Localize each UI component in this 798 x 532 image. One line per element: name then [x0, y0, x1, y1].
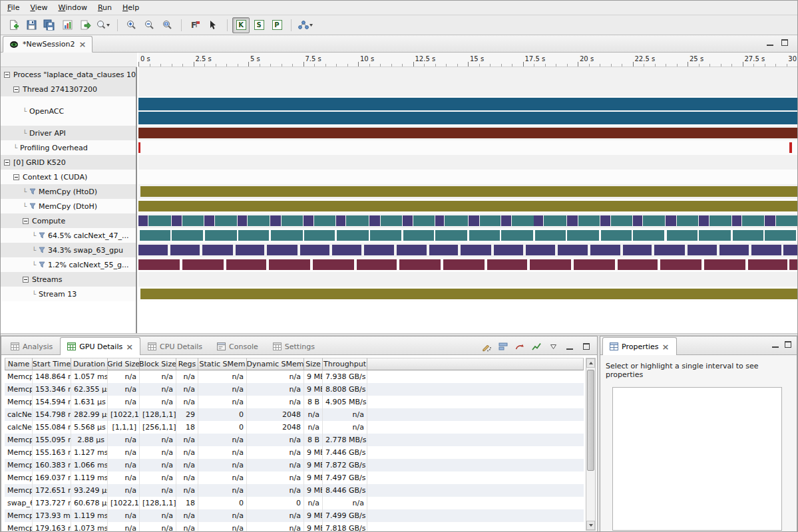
- interval-bar[interactable]: [182, 259, 223, 270]
- interval-bar[interactable]: [140, 186, 797, 197]
- menu-help[interactable]: Help: [117, 1, 144, 14]
- interval-bar[interactable]: [526, 245, 555, 255]
- interval-bar[interactable]: [660, 259, 701, 270]
- interval-bar[interactable]: [709, 215, 731, 226]
- interval-bar[interactable]: [688, 245, 717, 255]
- interval-bar[interactable]: [238, 215, 247, 226]
- interval-bar[interactable]: [719, 245, 749, 255]
- interval-bar[interactable]: [534, 215, 543, 226]
- interval-bar[interactable]: [357, 259, 397, 270]
- interval-bar[interactable]: [704, 259, 745, 270]
- column-header-throughput[interactable]: Throughput: [323, 358, 367, 370]
- interval-bar[interactable]: [369, 215, 380, 226]
- interval-bar[interactable]: [578, 215, 600, 226]
- interval-bar[interactable]: [205, 230, 237, 241]
- interval-bar[interactable]: [435, 215, 445, 226]
- interval-bar[interactable]: [215, 215, 238, 226]
- tree-row-kernel-calcnext47[interactable]: └64.5% calcNext_47_...: [1, 228, 136, 243]
- interval-bar[interactable]: [765, 215, 775, 226]
- interval-bar[interactable]: [654, 245, 685, 255]
- zoom-fit-button[interactable]: [158, 17, 176, 33]
- tree-row-memcpy-dtoh[interactable]: └MemCpy (DtoH): [1, 199, 136, 213]
- interval-bar[interactable]: [574, 259, 614, 270]
- column-header-block-size[interactable]: Block Size: [140, 358, 176, 370]
- tab-properties[interactable]: Properties ×: [602, 337, 677, 355]
- tab-cpu-details[interactable]: CPU Details: [140, 338, 210, 354]
- save-button[interactable]: [23, 17, 40, 33]
- collapse-toggle[interactable]: [4, 72, 10, 78]
- interval-bar[interactable]: [138, 142, 140, 153]
- interval-bar[interactable]: [789, 142, 791, 153]
- analysis-menu-button[interactable]: [296, 17, 313, 33]
- interval-bar[interactable]: [601, 230, 632, 241]
- interval-bar[interactable]: [567, 230, 599, 241]
- collapse-toggle[interactable]: [23, 277, 29, 283]
- annotate-button[interactable]: [481, 341, 492, 352]
- interval-bar[interactable]: [271, 230, 303, 241]
- interval-bar[interactable]: [313, 259, 353, 270]
- interval-bar[interactable]: [487, 259, 527, 270]
- interval-bar[interactable]: [303, 215, 313, 226]
- interval-bar[interactable]: [403, 230, 434, 241]
- minimize-icon[interactable]: [767, 40, 773, 46]
- tree-row-stream-13[interactable]: └Stream 13: [1, 287, 136, 301]
- column-header-duration[interactable]: Duration: [71, 358, 108, 370]
- interval-bar[interactable]: [544, 215, 567, 226]
- column-header-size[interactable]: Size: [304, 358, 323, 370]
- tree-row-compute[interactable]: Compute: [1, 213, 136, 228]
- segments-button[interactable]: [498, 341, 508, 352]
- tab-gpu-details[interactable]: GPU Details×: [60, 337, 140, 355]
- interval-bar[interactable]: [138, 128, 797, 138]
- trend-button[interactable]: [531, 341, 542, 352]
- menu-file[interactable]: File: [2, 1, 25, 14]
- table-row[interactable]: Memcpy172.651 ms93.249 µsn/an/an/an/an/a…: [5, 484, 584, 497]
- profile-flag-button[interactable]: F: [186, 17, 204, 33]
- interval-bar[interactable]: [238, 230, 269, 241]
- session-tab[interactable]: *NewSession2 ×: [3, 36, 93, 53]
- table-row[interactable]: Memcpy153.346 ms62.355 µsn/an/an/an/an/a…: [5, 383, 584, 396]
- interval-bar[interactable]: [148, 215, 171, 226]
- column-header-grid-size[interactable]: Grid Size: [108, 358, 140, 370]
- interval-bar[interactable]: [643, 215, 665, 226]
- table-row[interactable]: Memcpy169.037 ms1.119 msn/an/an/an/an/a9…: [5, 471, 584, 484]
- interval-bar[interactable]: [304, 230, 335, 241]
- timeline-row-thread[interactable]: [138, 82, 797, 96]
- interval-bar[interactable]: [633, 215, 642, 226]
- pc-letter-button[interactable]: P: [268, 17, 286, 33]
- magnifier-menu-button[interactable]: [95, 17, 112, 33]
- interval-bar[interactable]: [138, 215, 148, 226]
- interval-bar[interactable]: [364, 245, 395, 255]
- view-menu-button[interactable]: [548, 341, 558, 352]
- maximize-button[interactable]: [581, 341, 592, 352]
- collapse-toggle[interactable]: [23, 218, 29, 224]
- table-row[interactable]: Memcpy179.163 ms1.073 msn/an/an/an/an/a9…: [5, 522, 584, 532]
- tree-row-driver-api[interactable]: └Driver API: [1, 126, 136, 140]
- column-header-static-smem[interactable]: Static SMem: [198, 358, 247, 370]
- close-icon[interactable]: ×: [662, 342, 670, 351]
- interval-bar[interactable]: [282, 215, 303, 226]
- timeline-row-stream-13[interactable]: [138, 287, 797, 301]
- interval-bar[interactable]: [480, 215, 501, 226]
- pointer-button[interactable]: [204, 17, 222, 33]
- interval-bar[interactable]: [535, 230, 566, 241]
- interval-bar[interactable]: [699, 215, 709, 226]
- table-row[interactable]: Memcpy148.864 ms1.057 msn/an/an/an/an/a9…: [5, 370, 584, 383]
- interval-bar[interactable]: [403, 215, 413, 226]
- tree-row-streams[interactable]: Streams: [1, 272, 136, 287]
- interval-bar[interactable]: [667, 230, 698, 241]
- menu-run[interactable]: Run: [93, 1, 117, 14]
- maximize-icon[interactable]: [781, 39, 788, 46]
- timeline-row-context-1[interactable]: [138, 170, 797, 184]
- interval-bar[interactable]: [783, 245, 797, 255]
- interval-bar[interactable]: [765, 230, 796, 241]
- interval-bar[interactable]: [226, 259, 266, 270]
- interval-bar[interactable]: [590, 245, 620, 255]
- interval-bar[interactable]: [269, 259, 310, 270]
- interval-bar[interactable]: [469, 215, 479, 226]
- vertical-scrollbar[interactable]: [586, 358, 596, 531]
- tab-analysis[interactable]: Analysis: [3, 338, 60, 354]
- interval-bar[interactable]: [732, 215, 741, 226]
- interval-bar[interactable]: [776, 215, 797, 226]
- zoom-in-button[interactable]: [122, 17, 140, 33]
- interval-bar[interactable]: [182, 215, 204, 226]
